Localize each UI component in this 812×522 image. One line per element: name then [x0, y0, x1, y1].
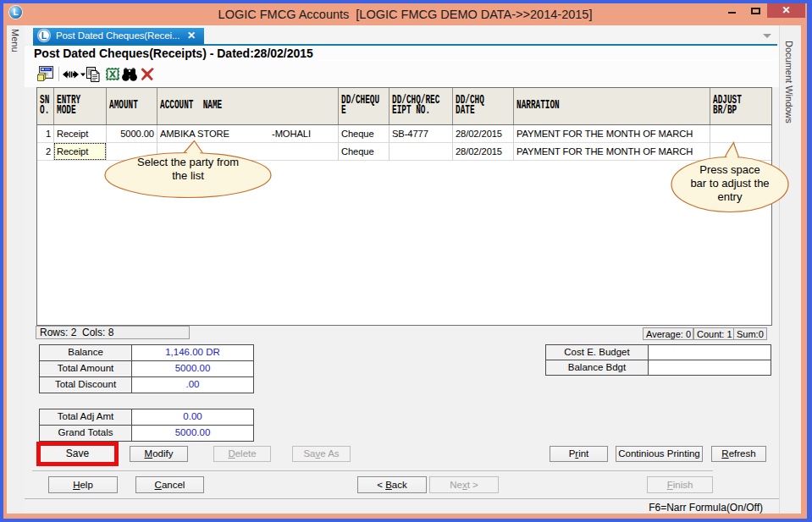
svg-text:the list: the list [172, 169, 204, 182]
svg-text:Press space: Press space [699, 163, 760, 176]
svg-text:entry: entry [718, 190, 743, 203]
svg-text:Select the party from: Select the party from [137, 156, 239, 168]
svg-text:bar to adjust the: bar to adjust the [690, 177, 769, 190]
